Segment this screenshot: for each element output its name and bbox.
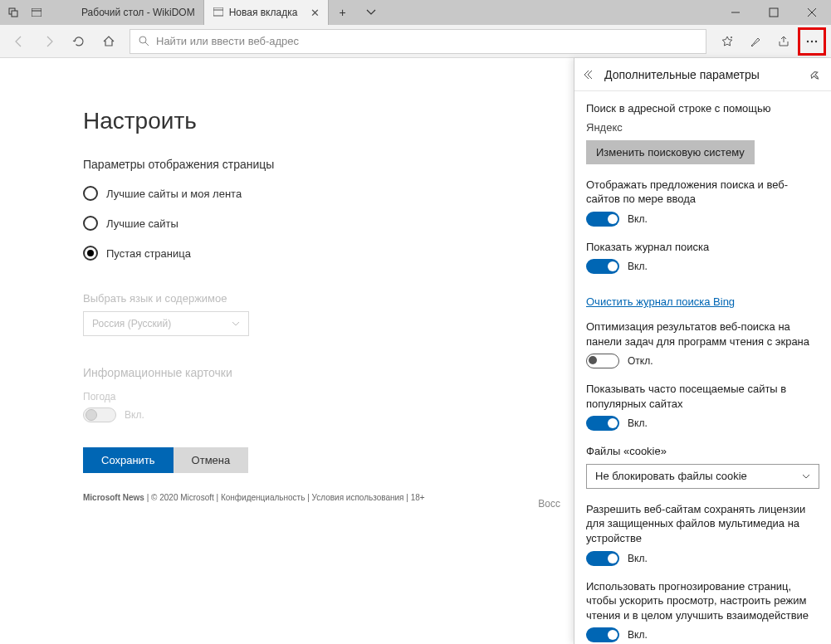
refresh-button[interactable] [65, 27, 93, 56]
footer: Microsoft News | © 2020 Microsoft | Конф… [83, 493, 574, 502]
content-area: Настроить Параметры отображения страницы… [0, 58, 831, 644]
change-search-engine-button[interactable]: Изменить поисковую систему [586, 140, 755, 164]
window-controls [716, 0, 831, 25]
favorites-icon[interactable] [713, 27, 741, 56]
info-cards-heading: Информационные карточки [83, 366, 574, 379]
toggle-state: Вкл. [628, 629, 648, 641]
history-toggle[interactable] [586, 259, 619, 274]
close-window-button[interactable] [793, 0, 831, 25]
cancel-button[interactable]: Отмена [174, 447, 249, 473]
address-bar[interactable] [130, 29, 706, 54]
svg-point-12 [807, 40, 809, 41]
radio-top-sites-feed[interactable]: Лучшие сайты и моя лента [83, 186, 574, 201]
top-sites-label: Показывать часто посещаемые сайты в попу… [586, 382, 819, 411]
footer-brand: Microsoft News [83, 493, 144, 502]
optimize-toggle[interactable] [586, 354, 619, 368]
panel-back-button[interactable] [584, 69, 596, 80]
search-icon [139, 36, 149, 46]
language-value: Россия (Русский) [92, 318, 171, 329]
radio-icon [83, 216, 98, 231]
prediction-label: Использовать прогнозирование страниц, чт… [586, 579, 819, 623]
settings-flyout-panel: Дополнительные параметры Поиск в адресно… [574, 58, 831, 644]
search-engine-value: Яндекс [586, 121, 819, 134]
toggle-state: Вкл. [628, 417, 648, 429]
tab-title: Новая вкладка [229, 7, 298, 18]
svg-line-11 [145, 42, 149, 46]
svg-rect-2 [32, 8, 42, 17]
suggestions-toggle[interactable] [586, 212, 619, 227]
svg-rect-7 [770, 8, 778, 17]
svg-point-10 [139, 37, 146, 43]
pin-icon[interactable] [809, 69, 821, 80]
panel-title: Дополнительные параметры [604, 68, 809, 81]
titlebar: Рабочий стол - WikiDOM Новая вкладка ✕ + [0, 0, 831, 25]
newtab-icon [213, 7, 224, 18]
restore-hint-text: Восс [538, 498, 560, 510]
radio-blank-page[interactable]: Пустая страница [83, 246, 574, 261]
address-input[interactable] [156, 35, 697, 47]
minimize-button[interactable] [716, 0, 755, 25]
settings-page: Настроить Параметры отображения страницы… [0, 58, 574, 644]
weather-label: Погода [83, 391, 574, 402]
notes-icon[interactable] [741, 27, 770, 56]
maximize-button[interactable] [755, 0, 793, 25]
suggestions-label: Отображать предложения поиска и веб-сайт… [586, 178, 819, 207]
toggle-state: Вкл. [628, 213, 648, 225]
page-heading: Настроить [83, 108, 574, 134]
svg-point-13 [811, 40, 813, 41]
radio-group-display: Лучшие сайты и моя лента Лучшие сайты Пу… [83, 186, 574, 261]
licenses-label: Разрешить веб-сайтам сохранять лицензии … [586, 502, 819, 546]
svg-rect-4 [213, 7, 223, 16]
panel-header: Дополнительные параметры [574, 58, 831, 91]
chevron-down-icon [232, 320, 240, 328]
save-button[interactable]: Сохранить [83, 447, 174, 473]
licenses-toggle[interactable] [586, 551, 619, 566]
back-button[interactable] [5, 27, 33, 56]
tab-close-icon[interactable]: ✕ [310, 7, 320, 19]
radio-icon [83, 186, 98, 201]
weather-toggle [83, 407, 116, 422]
clear-bing-history-link[interactable]: Очистить журнал поиска Bing [586, 295, 735, 308]
radio-icon-selected [83, 246, 98, 261]
search-with-label: Поиск в адресной строке с помощью [586, 101, 819, 116]
home-button[interactable] [95, 27, 123, 56]
share-icon[interactable] [770, 27, 798, 56]
titlebar-left [0, 0, 50, 25]
forward-button[interactable] [35, 27, 63, 56]
favicon-icon [65, 7, 76, 18]
radio-label: Лучшие сайты и моя лента [106, 188, 242, 200]
toggle-state: Вкл. [628, 553, 648, 564]
cookies-value: Не блокировать файлы cookie [595, 470, 747, 482]
top-sites-toggle[interactable] [586, 416, 619, 431]
radio-label: Лучшие сайты [106, 217, 178, 230]
history-label: Показать журнал поиска [586, 240, 819, 255]
cookies-label: Файлы «cookie» [586, 444, 819, 459]
more-menu-button[interactable] [798, 27, 826, 56]
radio-label: Пустая страница [106, 247, 191, 260]
display-params-label: Параметры отображения страницы [83, 158, 574, 171]
language-select: Россия (Русский) [83, 311, 249, 336]
toggle-state: Откл. [628, 355, 653, 367]
tabs-dropdown-button[interactable] [357, 0, 385, 25]
weather-toggle-state: Вкл. [125, 409, 144, 421]
svg-point-14 [815, 40, 817, 41]
tab-title: Рабочий стол - WikiDOM [81, 7, 195, 18]
cookies-dropdown[interactable]: Не блокировать файлы cookie [586, 464, 819, 489]
footer-text: | © 2020 Microsoft | Конфиденциальность … [144, 493, 425, 502]
toggle-state: Вкл. [628, 261, 648, 272]
language-label: Выбрать язык и содержимое [83, 292, 574, 305]
system-icon-2[interactable] [27, 0, 46, 25]
radio-top-sites[interactable]: Лучшие сайты [83, 216, 574, 231]
prediction-toggle[interactable] [586, 627, 619, 642]
navbar [0, 25, 831, 58]
tab-2-active[interactable]: Новая вкладка ✕ [204, 0, 329, 25]
tab-1[interactable]: Рабочий стол - WikiDOM [56, 0, 204, 25]
tabs-strip: Рабочий стол - WikiDOM Новая вкладка ✕ + [56, 0, 716, 25]
chevron-down-icon [802, 472, 810, 481]
panel-body: Поиск в адресной строке с помощью Яндекс… [574, 91, 831, 644]
optimize-label: Оптимизация результатов веб-поиска на па… [586, 320, 819, 349]
system-icon-1[interactable] [3, 0, 23, 25]
svg-rect-1 [12, 11, 17, 17]
new-tab-button[interactable]: + [329, 0, 357, 25]
